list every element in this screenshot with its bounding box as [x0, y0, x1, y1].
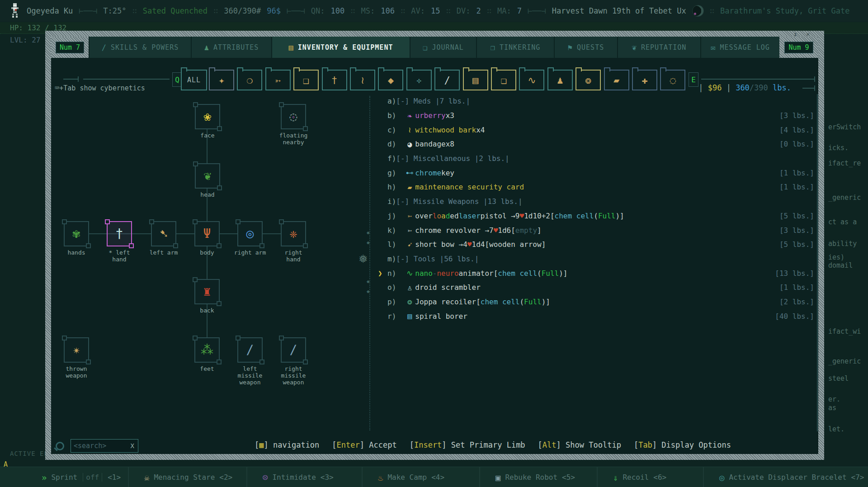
ability-activate-displacer-bracelet-key: <7>: [851, 473, 864, 482]
inventory-row-j[interactable]: j)➳overloaded laser pistol →9 ♥1d10+2 [c…: [386, 209, 814, 223]
slot-body-label: body: [182, 249, 232, 256]
slot-right-hand-icon: ❈: [290, 227, 297, 240]
tab-inventory-equipment[interactable]: ▤INVENTORY & EQUIPMENT: [271, 37, 410, 58]
inventory-row-b[interactable]: b)❧urberry x3[3 lbs.]: [386, 109, 814, 123]
filter-category-15[interactable]: ▰: [604, 70, 629, 90]
inventory-row-c[interactable]: c)≀witchwood bark x4[4 lbs.]: [386, 123, 814, 137]
stat-value: 7: [517, 6, 522, 15]
filter-category-11[interactable]: ❏: [491, 70, 516, 90]
player-sprite: [9, 3, 21, 19]
inventory-row-d[interactable]: d)◕bandage x8[0 lbs.]: [386, 137, 814, 151]
item-name-segment: pistol →9: [481, 212, 520, 220]
equipment-slot-left-arm[interactable]: ➷: [151, 221, 176, 246]
filter-category-4[interactable]: ❑: [293, 70, 319, 90]
tab-journal[interactable]: ❏JOURNAL: [410, 37, 476, 58]
category-icon: ❏: [500, 75, 506, 86]
row-letter: j): [387, 212, 396, 220]
slot-right-missile-weapon-icon: ∕: [290, 344, 297, 356]
ability-sprint-label: Sprint: [51, 473, 77, 482]
ability-items: »Sprintoff<1>☠Menacing Stare<2>☹Intimida…: [21, 467, 868, 487]
tab-quests[interactable]: ⚑QUESTS: [554, 37, 617, 58]
filter-category-16[interactable]: ✚: [632, 70, 657, 90]
search-input[interactable]: [71, 442, 127, 450]
ability-make-camp[interactable]: ♨Make Camp<4>: [362, 467, 479, 487]
filter-category-17[interactable]: ◌: [660, 70, 685, 90]
hint-navigation: [▦] navigation: [255, 440, 319, 449]
filter-category-3[interactable]: ➳: [265, 70, 291, 90]
filter-category-5[interactable]: †: [322, 70, 347, 90]
slot-left-arm-label: left arm: [139, 249, 189, 256]
slot-back-icon: ♜: [203, 285, 211, 298]
equipment-slot-hands[interactable]: ✾: [64, 221, 89, 246]
inventory-row-n[interactable]: ❯n)∿nano-neuro animator [chem cell (Full…: [386, 266, 814, 280]
ability-activate-displacer-bracelet[interactable]: ◎Activate Displacer Bracelet<7>: [703, 467, 868, 487]
search-clear-button[interactable]: X: [127, 442, 138, 449]
divider-diamond-icon: ◆: [367, 240, 370, 246]
tab-message-log[interactable]: ✉MESSAGE LOG: [700, 37, 779, 58]
ability-sprint-key: <1>: [108, 473, 121, 482]
background-text-fragment: as: [828, 404, 836, 412]
inventory-row-g[interactable]: g)⊷chrome key[1 lbs.]: [386, 165, 814, 180]
inventory-row-k[interactable]: k)➳chrome revolver →7 ♥1d6 [empty][3 lbs…: [386, 223, 814, 237]
tab-reputation[interactable]: ❦REPUTATION: [617, 37, 700, 58]
filter-category-10[interactable]: ▤: [463, 70, 488, 90]
tab-bar: Num 7∕SKILLS & POWERS♟ATTRIBUTES▤INVENTO…: [51, 37, 818, 58]
slot-back-label: back: [182, 307, 232, 314]
filter-category-2[interactable]: ❍: [237, 70, 262, 90]
equipment-slot-back[interactable]: ♜: [194, 279, 220, 304]
inventory-row-r[interactable]: r)▤spiral borer[40 lbs.]: [386, 309, 814, 323]
screen: Ogeyeda Ku⊢──⊣T:25°∷Sated Quenched∷360/3…: [0, 0, 868, 487]
inventory-row-m[interactable]: m)[-] Tools |56 lbs.|: [386, 252, 814, 266]
tab-right-key-badge: Num 9: [784, 42, 813, 53]
ability-sprint-icon: »: [42, 473, 47, 482]
tab-attributes[interactable]: ♟ATTRIBUTES: [191, 37, 271, 58]
list-scroll-track[interactable]: [817, 94, 818, 431]
inventory-row-o[interactable]: o)♙droid scrambler[1 lbs.]: [386, 280, 814, 295]
ability-rebuke-robot[interactable]: ▣Rebuke Robot<5>: [479, 467, 597, 487]
background-text-fragment: ifact_re: [828, 159, 861, 167]
filter-category-6[interactable]: ≀: [350, 70, 375, 90]
filter-all-button[interactable]: ALL: [181, 70, 207, 90]
divider: ∷: [710, 6, 714, 15]
equipment-slot-floating-nearby[interactable]: ◌✧: [281, 104, 306, 129]
inventory-row-a[interactable]: a)[-] Meds |7 lbs.|: [386, 94, 814, 109]
filter-category-7[interactable]: ◆: [378, 70, 403, 90]
filter-category-8[interactable]: ✧: [406, 70, 432, 90]
filter-category-1[interactable]: ✦: [209, 70, 234, 90]
inventory-row-p[interactable]: p)❂Joppa recoiler [chem cell (Full)][2 l…: [386, 295, 814, 309]
equipment-slot-feet[interactable]: ⁂: [194, 337, 220, 363]
slot-floating-nearby-overlay-icon: ✧: [292, 113, 295, 120]
ability-sprint[interactable]: »Sprintoff<1>: [21, 467, 128, 487]
ability-menacing-stare[interactable]: ☠Menacing Stare<2>: [128, 467, 246, 487]
filter-category-14[interactable]: ❂: [576, 70, 601, 90]
inventory-row-i[interactable]: i)[-] Missile Weapons |13 lbs.|: [386, 194, 814, 209]
ability-intimidate[interactable]: ☹Intimidate<3>: [246, 467, 362, 487]
inventory-window: ↕ × Num 7∕SKILLS & POWERS♟ATTRIBUTES▤INV…: [45, 31, 824, 460]
equipment-slot-thrown-weapon[interactable]: ✴: [64, 337, 89, 363]
filter-category-12[interactable]: ∿: [519, 70, 544, 90]
stat-value: 106: [381, 6, 395, 15]
inventory-row-f[interactable]: f)[-] Miscellaneous |2 lbs.|: [386, 151, 814, 166]
row-letter: n): [387, 269, 396, 278]
slot-head-icon: ❦: [204, 170, 212, 182]
equipment-slot-body[interactable]: Ψ: [194, 221, 220, 246]
tab-tinkering[interactable]: ❐TINKERING: [476, 37, 554, 58]
equipment-slot-head[interactable]: ❦: [195, 163, 220, 189]
category-icon: ▤: [472, 75, 478, 86]
equipment-slot-right-hand[interactable]: ❈: [281, 221, 306, 246]
equipment-slot-face[interactable]: ❀: [195, 104, 220, 129]
filter-category-9[interactable]: ∕: [434, 70, 460, 90]
search-bar: X [▦] navigation[Enter] Accept[Insert] S…: [51, 439, 818, 454]
inventory-row-l[interactable]: l)➹short bow →4 ♥1d4 [wooden arrow][5 lb…: [386, 237, 814, 252]
inventory-row-h[interactable]: h)▰maintenance security card[1 lbs.]: [386, 180, 814, 194]
equipment-slot-right-missile-weapon[interactable]: ∕: [281, 337, 306, 363]
category-header-text: [-] Miscellaneous |2 lbs.|: [396, 154, 509, 163]
equipment-slot-right-arm[interactable]: ◎: [237, 221, 263, 246]
tab-skills-powers[interactable]: ∕SKILLS & POWERS: [89, 37, 191, 58]
window-content: QALL✦❍➳❑†≀◆✧∕▤❏∿♟❂▰✚◌E ⌨+Tab show cybern…: [51, 58, 818, 454]
equipment-slot-left-missile-weapon[interactable]: ∕: [237, 337, 263, 363]
filter-category-13[interactable]: ♟: [547, 70, 573, 90]
equipment-slot-left-hand[interactable]: †: [107, 221, 132, 246]
ability-recoil[interactable]: ⇓Recoil<6>: [597, 467, 703, 487]
stat-label: MS:: [361, 6, 375, 15]
